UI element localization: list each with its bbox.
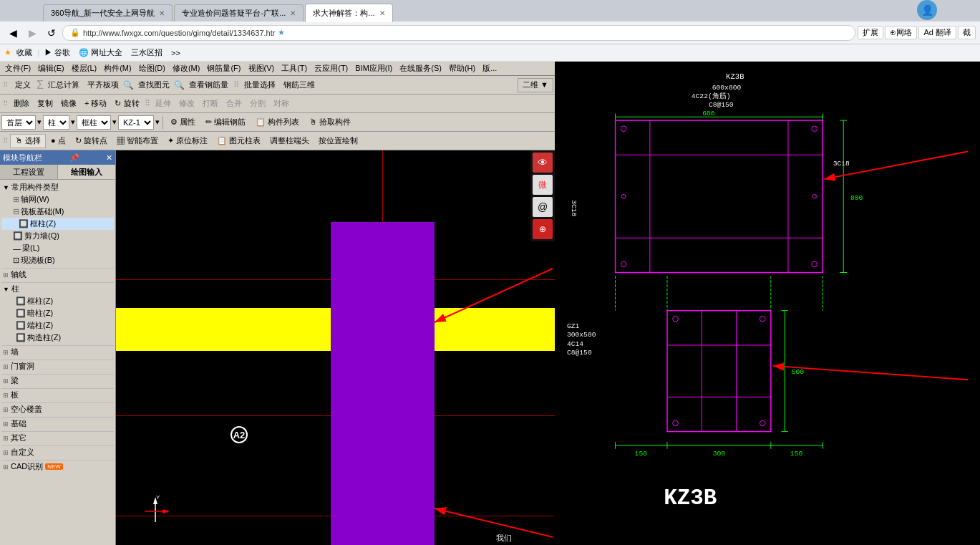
icon-share[interactable]: ⊕ bbox=[533, 219, 553, 239]
btn-merge[interactable]: 合并 bbox=[223, 97, 246, 111]
id-select[interactable]: KZ-1 bbox=[118, 115, 154, 130]
tree-item-framecol[interactable]: 🔲框柱(Z) bbox=[1, 218, 114, 230]
tree-slab2-header[interactable]: ⊞板 bbox=[1, 388, 114, 401]
fav-google[interactable]: ▶ 谷歌 bbox=[41, 47, 74, 59]
icon-weibo[interactable]: 微 bbox=[533, 175, 553, 195]
refresh-button[interactable]: ↺ bbox=[43, 24, 60, 42]
tab-zaojia[interactable]: 专业造价问题答疑平台-广联... ✕ bbox=[174, 4, 304, 21]
tree-item-dz[interactable]: 🔲端柱(Z) bbox=[1, 319, 114, 332]
tree-section-common-header[interactable]: ▼ 常用构件类型 bbox=[1, 181, 114, 193]
panel-close-btn[interactable]: ✕ bbox=[106, 153, 112, 163]
frame-select[interactable]: 框柱 bbox=[77, 115, 111, 130]
component-select[interactable]: 柱 bbox=[43, 115, 69, 130]
fav-more[interactable]: >> bbox=[168, 48, 184, 58]
tab-close2[interactable]: ✕ bbox=[290, 9, 296, 17]
tree-other-header[interactable]: ⊞其它 bbox=[1, 431, 114, 444]
level-select[interactable]: 首层 bbox=[1, 115, 36, 130]
btn-select[interactable]: 🖱 选择 bbox=[10, 134, 46, 148]
btn-copy[interactable]: 复制 bbox=[34, 97, 57, 111]
btn-delete[interactable]: 删除 bbox=[10, 97, 33, 111]
menu-floor[interactable]: 楼层(L) bbox=[68, 62, 100, 74]
tree-item-beam[interactable]: —梁(L) bbox=[1, 242, 114, 254]
tab-close3[interactable]: ✕ bbox=[379, 9, 385, 17]
btn-rotate[interactable]: ↻ 旋转 bbox=[111, 97, 142, 111]
tree-beam2-header[interactable]: ⊞梁 bbox=[1, 374, 114, 387]
tree-wall-header[interactable]: ⊞墙 bbox=[1, 345, 114, 358]
btn-table[interactable]: 📋 图元柱表 bbox=[213, 134, 265, 148]
btn-pick[interactable]: 🖱 拾取构件 bbox=[305, 115, 355, 130]
icon-eye[interactable]: 👁 bbox=[533, 153, 553, 173]
tree-item-axis[interactable]: ⊞轴网(W) bbox=[1, 193, 114, 206]
expand-btn[interactable]: 扩展 bbox=[858, 26, 883, 39]
menu-bim[interactable]: BIM应用(I) bbox=[351, 62, 396, 74]
btn-flatten[interactable]: 平齐板项 bbox=[84, 78, 122, 92]
btn-3d[interactable]: 钢筋三维 bbox=[280, 78, 319, 92]
btn-calc[interactable]: 汇总计算 bbox=[44, 78, 83, 92]
tab-active[interactable]: 求大神解答：构... ✕ bbox=[305, 4, 392, 22]
fav-shoucang[interactable]: 收藏 bbox=[13, 47, 36, 59]
tree-item-shear[interactable]: 🔲剪力墙(Q) bbox=[1, 230, 114, 242]
menu-file[interactable]: 文件(F) bbox=[1, 62, 34, 74]
btn-comp-list[interactable]: 📋 构件列表 bbox=[251, 115, 304, 130]
btn-smart-place[interactable]: ▦ 智能布置 bbox=[112, 134, 162, 148]
screenshot-btn[interactable]: 截 bbox=[958, 26, 976, 39]
tree-item-gz[interactable]: 🔲构造柱(Z) bbox=[1, 332, 114, 344]
menu-tools[interactable]: 工具(T) bbox=[278, 62, 311, 74]
fav-wangzhi[interactable]: 🌐 网址大全 bbox=[75, 47, 126, 59]
menu-help[interactable]: 帮助(H) bbox=[445, 62, 479, 74]
tree-door-header[interactable]: ⊞门窗洞 bbox=[1, 360, 114, 372]
tree-found-header[interactable]: ⊞基础 bbox=[1, 417, 114, 430]
tree-item-raft[interactable]: ⊟筏板基础(M) bbox=[1, 206, 114, 218]
btn-original-mark[interactable]: ✦ 原位标注 bbox=[163, 134, 212, 148]
network-btn[interactable]: ⊕网络 bbox=[885, 26, 917, 39]
btn-adjust-end[interactable]: 调整柱端头 bbox=[266, 134, 314, 148]
menu-edit[interactable]: 编辑(E) bbox=[34, 62, 68, 74]
tab-close[interactable]: ✕ bbox=[159, 9, 165, 17]
tree-item-kz[interactable]: 🔲框柱(Z) bbox=[1, 295, 114, 307]
btn-break[interactable]: 打断 bbox=[199, 97, 222, 111]
tab-draw-input[interactable]: 绘图输入 bbox=[58, 165, 115, 179]
btn-define[interactable]: 定义 bbox=[10, 78, 36, 92]
tree-item-az[interactable]: 🔲暗柱(Z) bbox=[1, 307, 114, 319]
tree-axis-header[interactable]: ⊞ 轴线 bbox=[1, 268, 114, 281]
back-button[interactable]: ◀ bbox=[4, 24, 21, 42]
menu-online[interactable]: 在线服务(S) bbox=[396, 62, 445, 74]
btn-split[interactable]: 分割 bbox=[246, 97, 269, 111]
btn-mirror[interactable]: 镜像 bbox=[57, 97, 80, 111]
translate-btn[interactable]: Ad 翻译 bbox=[918, 26, 956, 39]
menu-view[interactable]: 视图(V) bbox=[245, 62, 278, 74]
tree-hollow-header[interactable]: ⊞空心楼盖 bbox=[1, 402, 114, 415]
btn-batch[interactable]: 批量选择 bbox=[241, 78, 279, 92]
btn-find[interactable]: 查找图元 bbox=[135, 78, 173, 92]
menu-rebar[interactable]: 钢筋量(F) bbox=[203, 62, 244, 74]
panel-pin[interactable]: 📌 bbox=[69, 153, 79, 163]
user-avatar[interactable]: 👤 bbox=[917, 0, 937, 20]
btn-2d[interactable]: 二维 ▼ bbox=[518, 78, 553, 92]
btn-rotate-point[interactable]: ↻ 旋转点 bbox=[71, 134, 112, 148]
menu-version[interactable]: 版... bbox=[479, 62, 500, 74]
tree-col-header[interactable]: ▼ 柱 bbox=[1, 282, 114, 295]
tab-project-settings[interactable]: 工程设置 bbox=[0, 165, 58, 179]
tab-360[interactable]: 360导航_新一代安全上网导航 ✕ bbox=[43, 4, 173, 21]
icon-mail[interactable]: @ bbox=[533, 197, 553, 217]
forward-button[interactable]: ▶ bbox=[24, 24, 41, 42]
btn-edit-rebar[interactable]: ✏ 编辑钢筋 bbox=[201, 115, 250, 130]
fav-sanshui[interactable]: 三水区招 bbox=[127, 47, 166, 59]
tree-custom-header[interactable]: ⊞自定义 bbox=[1, 445, 114, 458]
btn-align[interactable]: 对称 bbox=[270, 97, 293, 111]
menu-component[interactable]: 构件(M) bbox=[100, 62, 135, 74]
address-bar[interactable]: 🔒 http://www.fwxgx.com/question/gimq/det… bbox=[62, 25, 855, 41]
menu-draw[interactable]: 绘图(D) bbox=[135, 62, 169, 74]
menu-modify[interactable]: 修改(M) bbox=[169, 62, 204, 74]
btn-point[interactable]: ● 点 bbox=[47, 134, 70, 148]
btn-modify[interactable]: 修改 bbox=[175, 97, 198, 111]
menu-cloud[interactable]: 云应用(T) bbox=[311, 62, 351, 74]
btn-by-pos[interactable]: 按位置绘制 bbox=[314, 134, 362, 148]
btn-extend[interactable]: 延伸 bbox=[152, 97, 175, 111]
tree-item-slab[interactable]: ⊡现浇板(B) bbox=[1, 254, 114, 266]
cad-canvas[interactable]: A2 bbox=[116, 150, 555, 545]
btn-rebar-view[interactable]: 查看钢筋量 bbox=[185, 78, 232, 92]
btn-move[interactable]: + 移动 bbox=[81, 97, 110, 111]
tree-cad-header[interactable]: ⊞ CAD识别 NEW bbox=[1, 460, 114, 473]
btn-attr[interactable]: ⚙ 属性 bbox=[166, 115, 200, 130]
